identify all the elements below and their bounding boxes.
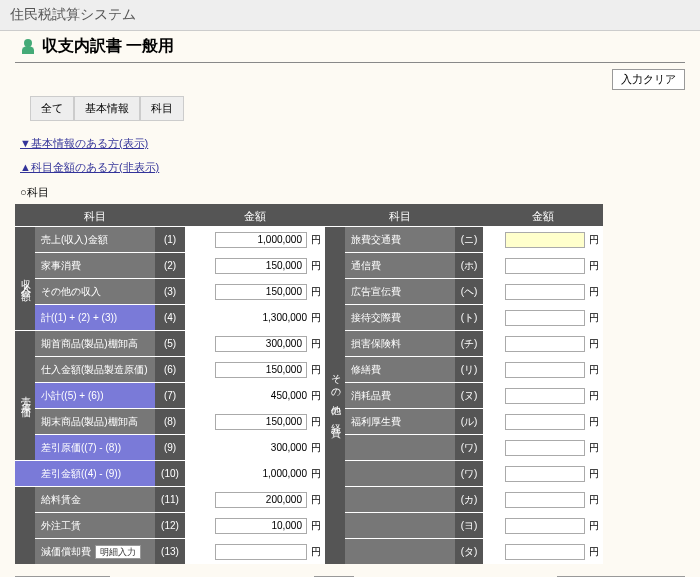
row-num: (9) bbox=[155, 434, 185, 460]
amount-input[interactable] bbox=[215, 258, 307, 274]
link-basic[interactable]: ▼基本情報のある方(表示) bbox=[20, 137, 148, 149]
amount-input[interactable] bbox=[505, 544, 585, 560]
row-label bbox=[345, 486, 455, 512]
amount-display: 300,000円 bbox=[185, 434, 325, 460]
detail-button[interactable]: 明細入力 bbox=[95, 545, 141, 559]
amount-input[interactable] bbox=[215, 232, 307, 248]
row-label: 仕入金額(製品製造原価) bbox=[35, 356, 155, 382]
vlabel-other: その他の経費 bbox=[325, 226, 345, 564]
unit: 円 bbox=[589, 545, 599, 559]
row-num: (11) bbox=[155, 486, 185, 512]
row-label: 旅費交通費 bbox=[345, 226, 455, 252]
vlabel-cost: 売上原価 bbox=[15, 330, 35, 460]
amount-input[interactable] bbox=[505, 414, 585, 430]
row-label: 福利厚生費 bbox=[345, 408, 455, 434]
amount-input[interactable] bbox=[505, 388, 585, 404]
row-num: (タ) bbox=[455, 538, 483, 564]
amount-input[interactable] bbox=[215, 336, 307, 352]
row-label: その他の収入 bbox=[35, 278, 155, 304]
row-label: 売上(収入)金額 bbox=[35, 226, 155, 252]
row-num: (1) bbox=[155, 226, 185, 252]
window-title: 住民税試算システム bbox=[0, 0, 700, 31]
amount-display: 1,000,000円 bbox=[185, 460, 325, 486]
unit: 円 bbox=[311, 233, 321, 247]
unit: 円 bbox=[589, 259, 599, 273]
amount-input[interactable] bbox=[215, 284, 307, 300]
unit: 円 bbox=[589, 493, 599, 507]
unit: 円 bbox=[311, 363, 321, 377]
tab-basic[interactable]: 基本情報 bbox=[74, 96, 140, 121]
amount-input[interactable] bbox=[215, 414, 307, 430]
section-label: ○科目 bbox=[0, 185, 700, 204]
unit: 円 bbox=[311, 545, 321, 559]
amount-input[interactable] bbox=[505, 232, 585, 248]
row-num: (2) bbox=[155, 252, 185, 278]
unit: 円 bbox=[589, 467, 599, 481]
row-num: (チ) bbox=[455, 330, 483, 356]
row-label: 計((1) + (2) + (3)) bbox=[35, 304, 155, 330]
row-label: 損害保険料 bbox=[345, 330, 455, 356]
tabs: 全て基本情報科目 bbox=[0, 96, 700, 121]
row-label: 通信費 bbox=[345, 252, 455, 278]
row-num: (ル) bbox=[455, 408, 483, 434]
row-num: (12) bbox=[155, 512, 185, 538]
row-num: (ワ) bbox=[455, 460, 483, 486]
row-label: 給料賃金 bbox=[35, 486, 155, 512]
amount-input[interactable] bbox=[505, 518, 585, 534]
hdr-item-left: 科目 bbox=[35, 204, 155, 226]
amount-input[interactable] bbox=[215, 492, 307, 508]
amount-input[interactable] bbox=[505, 336, 585, 352]
unit: 円 bbox=[589, 389, 599, 403]
unit: 円 bbox=[589, 311, 599, 325]
row-label: 家事消費 bbox=[35, 252, 155, 278]
hdr-item-right: 科目 bbox=[345, 204, 455, 226]
amount-input[interactable] bbox=[215, 362, 307, 378]
amount-input[interactable] bbox=[505, 362, 585, 378]
row-num: (ト) bbox=[455, 304, 483, 330]
amount-input[interactable] bbox=[215, 544, 307, 560]
row-num: (ヘ) bbox=[455, 278, 483, 304]
unit: 円 bbox=[311, 415, 321, 429]
amount-input[interactable] bbox=[505, 310, 585, 326]
row-num: (13) bbox=[155, 538, 185, 564]
hdr-amount-right: 金額 bbox=[483, 204, 603, 226]
unit: 円 bbox=[589, 363, 599, 377]
row-label: 修繕費 bbox=[345, 356, 455, 382]
unit: 円 bbox=[589, 337, 599, 351]
row-label: 差引原価((7) - (8)) bbox=[35, 434, 155, 460]
clear-button[interactable]: 入力クリア bbox=[612, 69, 685, 90]
amount-input[interactable] bbox=[505, 440, 585, 456]
page-title: 収支内訳書 一般用 bbox=[42, 36, 174, 57]
hdr-amount-left: 金額 bbox=[185, 204, 325, 226]
amount-input[interactable] bbox=[215, 518, 307, 534]
unit: 円 bbox=[311, 259, 321, 273]
unit: 円 bbox=[589, 441, 599, 455]
row-num: (ニ) bbox=[455, 226, 483, 252]
row-num: (リ) bbox=[455, 356, 483, 382]
row-label: 減価償却費明細入力 bbox=[35, 538, 155, 564]
row-label: 広告宣伝費 bbox=[345, 278, 455, 304]
tab-all[interactable]: 全て bbox=[30, 96, 74, 121]
unit: 円 bbox=[589, 415, 599, 429]
row-num: (ワ) bbox=[455, 434, 483, 460]
amount-input[interactable] bbox=[505, 466, 585, 482]
amount-input[interactable] bbox=[505, 258, 585, 274]
row-num: (6) bbox=[155, 356, 185, 382]
row-label: 小計((5) + (6)) bbox=[35, 382, 155, 408]
link-items[interactable]: ▲科目金額のある方(非表示) bbox=[20, 161, 159, 173]
row-label: 期首商品(製品)棚卸高 bbox=[35, 330, 155, 356]
row-num: (5) bbox=[155, 330, 185, 356]
amount-input[interactable] bbox=[505, 284, 585, 300]
row-num: (ヌ) bbox=[455, 382, 483, 408]
row-num: (4) bbox=[155, 304, 185, 330]
row-num: (3) bbox=[155, 278, 185, 304]
row-label bbox=[345, 460, 455, 486]
amount-display: 1,300,000円 bbox=[185, 304, 325, 330]
row-label: 差引金額((4) - (9)) bbox=[35, 460, 155, 486]
unit: 円 bbox=[311, 493, 321, 507]
amount-input[interactable] bbox=[505, 492, 585, 508]
tab-items[interactable]: 科目 bbox=[140, 96, 184, 121]
row-label: 消耗品費 bbox=[345, 382, 455, 408]
row-num: (7) bbox=[155, 382, 185, 408]
row-num: (10) bbox=[155, 460, 185, 486]
